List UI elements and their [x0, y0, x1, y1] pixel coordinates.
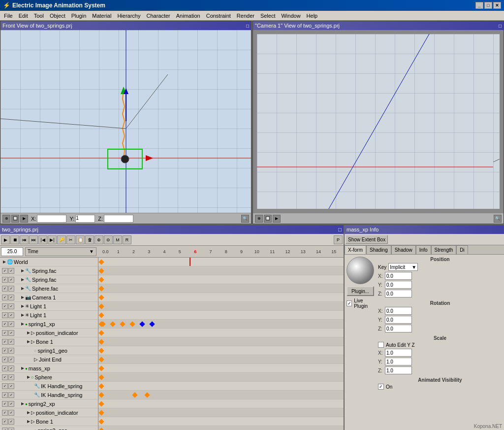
lock-icon[interactable]: ✓	[8, 374, 14, 380]
pos-x-input[interactable]	[385, 272, 412, 280]
tree-arrow-12[interactable]: ▶	[21, 366, 24, 370]
track-row-14[interactable]	[98, 382, 344, 391]
vp-zoom[interactable]: 🔍	[241, 215, 249, 223]
track-row-10[interactable]	[98, 346, 344, 355]
rot-z-input[interactable]	[385, 325, 412, 332]
time-value[interactable]: 25.0	[1, 247, 23, 256]
tree-arrow-0[interactable]: ▶	[3, 260, 6, 264]
tb-btn-11[interactable]: ⊕	[94, 235, 103, 244]
vis-icon[interactable]: ✓	[2, 383, 8, 389]
vp-icon-2[interactable]: 🔲	[11, 215, 19, 223]
track-row-8[interactable]	[98, 329, 344, 337]
menu-item-character[interactable]: Character	[143, 12, 173, 20]
tree-item-8[interactable]: ✓✓▶▷position_indicator	[0, 329, 98, 337]
auto-edit-checkbox[interactable]	[378, 342, 384, 348]
cam-zoom[interactable]: 🔍	[494, 215, 502, 223]
menu-item-hierarchy[interactable]: Hierarchy	[114, 12, 143, 20]
lock-icon[interactable]: ✓	[8, 312, 14, 318]
prop-tab-shadow[interactable]: Shadow	[391, 245, 416, 254]
tree-item-16[interactable]: ✓✓▶●spring2_xp	[0, 399, 98, 408]
tree-arrow-9[interactable]: ▶	[27, 339, 30, 344]
vis-icon[interactable]: ✓	[2, 357, 8, 363]
tree-arrow-5[interactable]: ▶	[21, 304, 24, 308]
lock-icon[interactable]: ✓	[8, 321, 14, 327]
vis-icon[interactable]: ✓	[2, 303, 8, 309]
track-row-1[interactable]	[98, 266, 344, 275]
maximize-btn[interactable]: □	[484, 2, 492, 9]
prop-tab-di[interactable]: Di	[456, 245, 468, 254]
pos-y-input[interactable]	[385, 281, 412, 289]
tb-btn-7[interactable]: 🔑	[57, 235, 66, 244]
tree-arrow-13[interactable]: ▶	[27, 375, 30, 379]
menu-item-plugin[interactable]: Plugin	[68, 12, 90, 20]
tree-item-13[interactable]: ✓✓▶○Sphere	[0, 373, 98, 382]
y-value[interactable]: 1	[75, 215, 95, 223]
scale-x-input[interactable]	[385, 349, 412, 357]
vp-icon-3[interactable]: ▶	[20, 215, 28, 223]
timeline-minimize[interactable]: □	[338, 227, 342, 232]
track-row-0[interactable]	[98, 258, 344, 266]
track-row-17[interactable]	[98, 408, 344, 417]
tree-arrow-8[interactable]: ▶	[27, 331, 30, 335]
time-label-dropdown[interactable]: Time ▼	[25, 247, 96, 256]
cam-icon-3[interactable]: ▶	[273, 215, 281, 223]
tb-btn-9[interactable]: 📋	[76, 235, 85, 244]
menu-item-material[interactable]: Material	[89, 12, 114, 20]
tree-arrow-18[interactable]: ▶	[27, 419, 30, 424]
menu-item-constraint[interactable]: Constraint	[203, 12, 234, 20]
live-plugin-checkbox[interactable]: ✓	[346, 300, 352, 306]
tb-btn-1[interactable]: ▶	[1, 235, 10, 244]
tree-item-5[interactable]: ✓✓▶✳Light 1	[0, 302, 98, 311]
track-row-7[interactable]	[98, 320, 344, 329]
vis-icon[interactable]: ✓	[2, 348, 8, 354]
tree-item-3[interactable]: ✓✓▶🔧Sphere.fac	[0, 284, 98, 293]
vis-icon[interactable]: ✓	[2, 268, 8, 274]
viewport-camera-minimize[interactable]: □	[499, 23, 502, 29]
x-value[interactable]	[37, 215, 66, 223]
track-row-4[interactable]	[98, 293, 344, 302]
menu-item-render[interactable]: Render	[234, 12, 257, 20]
track-row-9[interactable]	[98, 337, 344, 346]
lock-icon[interactable]: ✓	[8, 330, 14, 336]
key-dropdown[interactable]: Implicit ▼	[388, 263, 418, 271]
tree-item-14[interactable]: ✓✓🔧IK Handle_spring	[0, 382, 98, 391]
lock-icon[interactable]: ✓	[8, 392, 14, 398]
vis-icon[interactable]: ✓	[2, 339, 8, 345]
vis-icon[interactable]: ✓	[2, 392, 8, 398]
menu-item-help[interactable]: Help	[304, 12, 321, 20]
track-row-3[interactable]	[98, 284, 344, 293]
anim-visibility-checkbox[interactable]: ✓	[378, 384, 384, 390]
z-value[interactable]	[104, 215, 133, 223]
tb-btn-2[interactable]: ⏹	[10, 235, 19, 244]
lock-icon[interactable]: ✓	[8, 365, 14, 371]
track-row-6[interactable]	[98, 311, 344, 320]
close-btn[interactable]: ✕	[493, 2, 501, 9]
track-row-5[interactable]	[98, 302, 344, 311]
lock-icon[interactable]: ✓	[8, 419, 14, 425]
menu-item-object[interactable]: Object	[47, 12, 68, 20]
tree-arrow-4[interactable]: ▶	[21, 295, 24, 299]
vis-icon[interactable]: ✓	[2, 374, 8, 380]
lock-icon[interactable]: ✓	[8, 277, 14, 283]
lock-icon[interactable]: ✓	[8, 339, 14, 345]
lock-icon[interactable]: ✓	[8, 348, 14, 354]
lock-icon[interactable]: ✓	[8, 410, 14, 416]
vis-icon[interactable]: ✓	[2, 330, 8, 336]
track-row-16[interactable]	[98, 399, 344, 408]
vis-icon[interactable]: ✓	[2, 419, 8, 425]
tree-item-10[interactable]: ✓✓○spring1_geo	[0, 346, 98, 355]
vis-icon[interactable]: ✓	[2, 321, 8, 327]
tb-btn-5[interactable]: |◀	[38, 235, 47, 244]
track-row-15[interactable]	[98, 391, 344, 399]
viewport-camera-canvas[interactable]	[253, 30, 504, 213]
vis-icon[interactable]: ✓	[2, 401, 8, 407]
tree-item-18[interactable]: ✓✓▶▷Bone 1	[0, 417, 98, 426]
tb-btn-3[interactable]: ⏮	[20, 235, 29, 244]
vis-icon[interactable]: ✓	[2, 277, 8, 283]
vp-icon-1[interactable]: ⊕	[2, 215, 10, 223]
track-row-19[interactable]	[98, 426, 344, 430]
tree-item-15[interactable]: ✓✓🔧IK Handle_spring	[0, 391, 98, 399]
cam-icon-2[interactable]: 🔲	[264, 215, 272, 223]
vis-icon[interactable]: ✓	[2, 286, 8, 292]
tb-btn-13[interactable]: M	[113, 235, 122, 244]
